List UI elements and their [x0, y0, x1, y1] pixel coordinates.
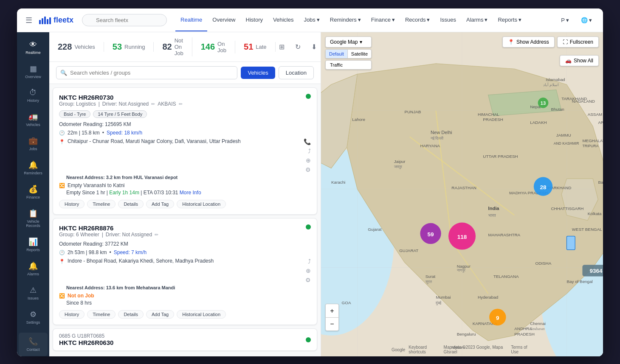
sidebar-label-jobs: Jobs — [29, 147, 37, 151]
sidebar-item-issues[interactable]: ⚠ Issues — [19, 281, 48, 305]
stat-total: 228 Vehicles — [58, 42, 104, 52]
nav-reports[interactable]: Reports ▾ — [493, 9, 527, 31]
default-map-button[interactable]: Default — [326, 50, 348, 58]
nav-finance[interactable]: Finance ▾ — [366, 9, 400, 31]
vehicle3-id-main: HKTC HR26R0630 — [59, 339, 113, 346]
global-search-input[interactable] — [82, 14, 167, 26]
nav-reminders[interactable]: Reminders ▾ — [325, 9, 366, 31]
edit-icon-v2[interactable]: ✏ — [155, 232, 158, 238]
nav-alarms[interactable]: Alarms ▾ — [461, 9, 493, 31]
nav-records[interactable]: Records ▾ — [400, 9, 435, 31]
gear-icon[interactable]: ⚙ — [305, 166, 311, 173]
sidebar-item-alarms[interactable]: 🔔 Alarms — [19, 257, 48, 280]
extra-edit-icon[interactable]: ✏ — [179, 101, 183, 107]
sidebar-item-settings[interactable]: ⚙ Settings — [19, 305, 48, 329]
show-address-button[interactable]: 📍 Show Address — [502, 36, 555, 48]
svg-text:59: 59 — [428, 231, 434, 238]
sidebar-item-reminders[interactable]: 🔔 Reminders — [19, 156, 48, 179]
sidebar-item-finance[interactable]: 💰 Finance — [19, 180, 48, 204]
location-tab-button[interactable]: Location — [279, 66, 314, 79]
svg-text:சென்னை: சென்னை — [530, 327, 545, 331]
timeline-tag-v2[interactable]: Timeline — [87, 310, 116, 319]
stats-bar: 228 Vehicles 53 Running 82 Not On Job 14… — [49, 32, 321, 62]
zoom-in-button[interactable]: + — [325, 304, 339, 317]
history-icon: ⏱ — [29, 88, 37, 97]
nav-history[interactable]: History — [241, 9, 268, 31]
global-search-wrap: 🔍 — [82, 14, 167, 26]
sidebar-item-jobs[interactable]: 💼 Jobs — [19, 132, 48, 155]
vehicle-panel: 228 Vehicles 53 Running 82 Not On Job 14… — [49, 32, 321, 356]
sidebar-label-vehicles: Vehicles — [26, 123, 40, 127]
nav-realtime[interactable]: Realtime — [175, 9, 207, 31]
add-tag-v2[interactable]: Add Tag — [146, 310, 174, 319]
overview-icon: ▦ — [30, 64, 37, 73]
vehicles-tab-button[interactable]: Vehicles — [241, 67, 275, 79]
nav-jobs[interactable]: Jobs ▾ — [299, 9, 324, 31]
show-all-button[interactable]: 🚗 Show All — [560, 55, 599, 66]
sidebar-item-history[interactable]: ⏱ History — [19, 84, 48, 107]
profile-button[interactable]: P ▾ — [557, 14, 573, 26]
sidebar-label-history: History — [27, 98, 39, 103]
language-button[interactable]: 🌐 ▾ — [577, 14, 596, 26]
nav-issues[interactable]: Issues — [435, 9, 461, 31]
phone-icon[interactable]: 📞 — [304, 138, 311, 145]
vehicle1-actions: History Timeline Details Add Tag Histori… — [59, 200, 311, 208]
download-button[interactable]: ⬇ — [308, 41, 321, 53]
svg-text:MAHARASHTRA: MAHARASHTRA — [488, 232, 521, 237]
vehicle1-action-tags: History Timeline Details Add Tag Histori… — [59, 200, 226, 208]
top-navigation: ☰ fleetx 🔍 Realtime Overview History Veh… — [17, 8, 603, 32]
vehicle3-top: 0685 G U18RT0685 HKTC HR26R0630 — [59, 333, 311, 346]
vehicle1-time: 22m | 15.8 km — [68, 130, 100, 136]
google-map-button[interactable]: Google Map ▾ — [325, 36, 372, 48]
vehicle2-time: 2h 53m | 98.8 km — [68, 249, 107, 255]
terms-of-use[interactable]: Terms of Use — [511, 345, 533, 354]
sidebar-label-issues: Issues — [28, 296, 39, 300]
satellite-map-button[interactable]: Satellite — [348, 50, 371, 58]
history-tag-v2[interactable]: History — [59, 310, 85, 319]
vehicle1-extra: AKBAIS — [158, 101, 176, 107]
zoom-out-button[interactable]: − — [325, 317, 339, 331]
sidebar-item-vehicle-records[interactable]: 📋 Vehicle Records — [19, 204, 48, 232]
timeline-tag-v1[interactable]: Timeline — [87, 200, 116, 208]
vehicle1-group: Group: Logistics — [59, 101, 96, 107]
hamburger-menu[interactable]: ☰ — [24, 14, 34, 27]
sidebar-item-vehicles[interactable]: 🚛 Vehicles — [19, 108, 48, 131]
share-icon[interactable]: ⤴ — [308, 148, 311, 154]
map-type-label: Google Map — [330, 39, 358, 45]
grid-view-button[interactable]: ⊞ — [276, 41, 288, 53]
nav-vehicles[interactable]: Vehicles — [268, 9, 299, 31]
vehicle-search-input[interactable] — [56, 66, 237, 79]
historical-location-tag-v2[interactable]: Historical Location — [177, 310, 226, 319]
history-tag-v1[interactable]: History — [59, 200, 85, 208]
add-tag-v1[interactable]: Add Tag — [146, 200, 174, 208]
sidebar-label-finance: Finance — [26, 195, 40, 199]
sidebar-item-realtime[interactable]: 👁 Realtime — [19, 36, 48, 59]
traffic-button[interactable]: Traffic — [325, 60, 372, 70]
svg-text:PRADESH: PRADESH — [483, 117, 503, 122]
keyboard-shortcuts[interactable]: Keyboard shortcuts — [409, 345, 440, 354]
svg-text:Bangladesh: Bangladesh — [598, 180, 603, 185]
sidebar-label-reports: Reports — [26, 248, 40, 252]
car-icon: 🚗 — [565, 58, 572, 64]
sidebar-item-reports[interactable]: 📊 Reports — [19, 233, 48, 256]
historical-location-tag-v1[interactable]: Historical Location — [177, 200, 226, 208]
vehicle1-more-info[interactable]: More Info — [180, 190, 201, 196]
gear-icon-v2[interactable]: ⚙ — [305, 277, 311, 283]
app-logo[interactable]: fleetx — [39, 16, 73, 25]
fullscreen-button[interactable]: ⛶ Fullscreen — [557, 36, 599, 48]
details-tag-v2[interactable]: Details — [118, 310, 144, 319]
nav-overview[interactable]: Overview — [207, 9, 240, 31]
target-icon[interactable]: ⊕ — [306, 157, 311, 164]
edit-icon[interactable]: ✏ — [151, 101, 155, 107]
details-tag-v1[interactable]: Details — [118, 200, 144, 208]
share-icon-v2[interactable]: ⤴ — [308, 258, 311, 265]
map-area: New Delhi नई दिल्ली Lahore Karachi Jaipu… — [321, 32, 603, 356]
vehicle3-status-dot — [306, 337, 311, 342]
svg-text:9: 9 — [496, 315, 499, 321]
svg-text:اسلام آباد: اسلام آباد — [543, 82, 559, 87]
sidebar-item-overview[interactable]: ▦ Overview — [19, 60, 48, 83]
svg-text:New Delhi: New Delhi — [431, 130, 452, 135]
refresh-button[interactable]: ↻ — [292, 41, 304, 53]
target-icon-v2[interactable]: ⊕ — [306, 267, 311, 274]
sidebar-item-contact[interactable]: 📞 Contact — [19, 333, 48, 356]
